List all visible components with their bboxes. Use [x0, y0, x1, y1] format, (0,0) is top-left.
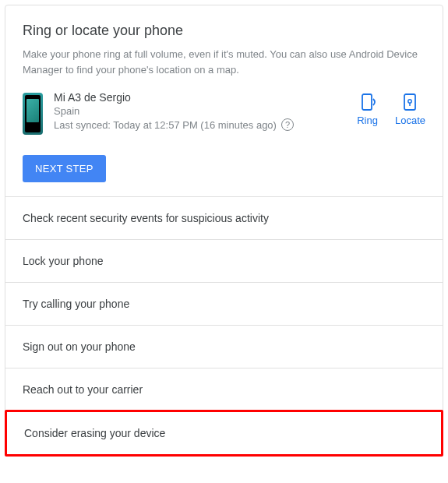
device-sync: Last synced: Today at 12:57 PM (16 minut…	[54, 118, 346, 131]
item-carrier[interactable]: Reach out to your carrier	[5, 368, 443, 411]
device-thumbnail	[23, 93, 43, 135]
help-icon[interactable]: ?	[281, 118, 294, 131]
ring-locate-section: Ring or locate your phone Make your phon…	[5, 5, 443, 196]
security-card: Ring or locate your phone Make your phon…	[5, 5, 443, 457]
device-location: Spain	[54, 105, 346, 117]
device-row: Mi A3 de Sergio Spain Last synced: Today…	[23, 91, 425, 135]
item-call-phone[interactable]: Try calling your phone	[5, 282, 443, 325]
section-title: Ring or locate your phone	[23, 23, 425, 39]
device-actions: Ring Locate	[357, 93, 425, 126]
svg-rect-0	[362, 94, 372, 110]
ring-icon	[358, 93, 377, 111]
device-name: Mi A3 de Sergio	[54, 91, 346, 104]
item-security-events[interactable]: Check recent security events for suspici…	[5, 196, 443, 239]
device-info: Mi A3 de Sergio Spain Last synced: Today…	[54, 91, 346, 131]
item-sign-out[interactable]: Sign out on your phone	[5, 325, 443, 368]
section-description: Make your phone ring at full volume, eve…	[23, 47, 425, 77]
sync-text: Last synced: Today at 12:57 PM (16 minut…	[54, 119, 277, 131]
ring-label: Ring	[357, 115, 378, 126]
locate-label: Locate	[395, 115, 425, 126]
locate-icon	[400, 93, 419, 111]
ring-button[interactable]: Ring	[357, 93, 378, 126]
svg-point-2	[408, 100, 411, 103]
item-lock-phone[interactable]: Lock your phone	[5, 239, 443, 282]
svg-rect-1	[404, 94, 415, 110]
next-step-button[interactable]: NEXT STEP	[23, 155, 106, 182]
locate-button[interactable]: Locate	[395, 93, 425, 126]
item-erase-device[interactable]: Consider erasing your device	[5, 410, 443, 457]
